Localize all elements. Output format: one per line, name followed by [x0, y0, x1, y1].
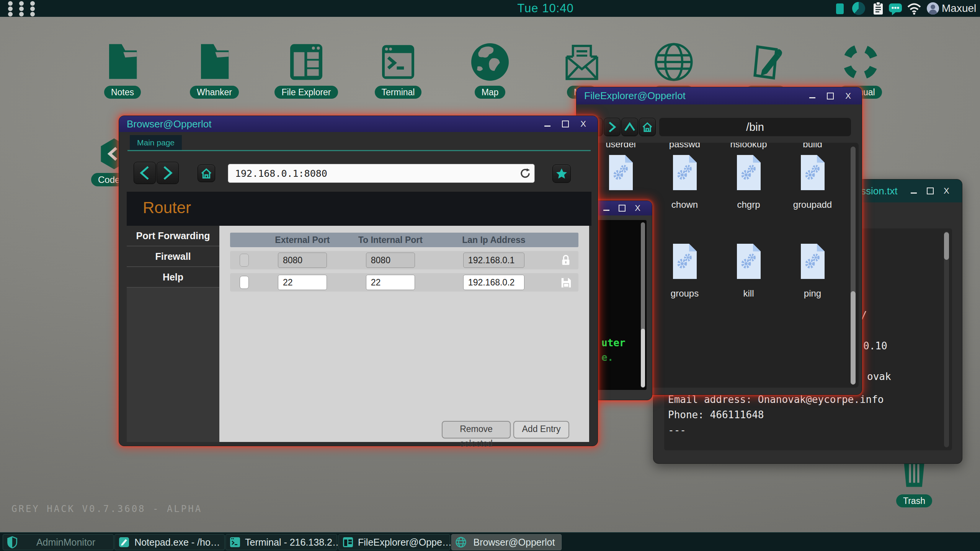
- internal-port-field[interactable]: [366, 275, 415, 290]
- taskbar-item-adminmonitor[interactable]: AdminMonitor: [3, 534, 114, 550]
- file-item[interactable]: build: [781, 143, 844, 150]
- address-input[interactable]: [234, 164, 511, 183]
- desktop-screen: Tue 10:40 Maxuel Notes Whanker File Expl…: [0, 0, 980, 551]
- row-checkbox[interactable]: [240, 254, 249, 267]
- shield-icon: [6, 536, 18, 548]
- terminal-scrollbar[interactable]: [641, 222, 645, 388]
- row-checkbox[interactable]: [240, 276, 249, 289]
- column-internal-port: To Internal Port: [346, 235, 434, 245]
- remove-selected-button[interactable]: Remove selected: [442, 421, 511, 439]
- trash-label: Trash: [896, 494, 932, 507]
- notepad-line-fragment: 0.10: [863, 340, 887, 352]
- avatar-icon[interactable]: [926, 2, 939, 15]
- file-explorer-scroll-thumb[interactable]: [851, 291, 856, 385]
- minimize-button[interactable]: [544, 122, 550, 127]
- desktop-icon-notes[interactable]: Notes: [77, 40, 168, 99]
- taskbar-item-label: AdminMonitor: [18, 537, 113, 548]
- maximize-button[interactable]: [619, 205, 626, 212]
- file-item[interactable]: groupadd: [781, 154, 844, 210]
- browser-window: Browser@Opperlot X Main page Router Port…: [119, 116, 598, 446]
- back-button[interactable]: [134, 162, 156, 184]
- internal-port-field[interactable]: [366, 253, 415, 268]
- browser-titlebar[interactable]: Browser@Opperlot X: [119, 116, 598, 132]
- browser-tab-main-page[interactable]: Main page: [130, 135, 182, 150]
- taskbar: AdminMonitor Notepad.exe - /ho… Terminal…: [0, 532, 980, 551]
- router-nav: Port Forwarding Firewall Help: [127, 226, 219, 442]
- file-explorer-icon: [260, 40, 352, 83]
- desktop-icon-map[interactable]: Map: [444, 40, 536, 99]
- desktop-icon-whanker[interactable]: Whanker: [168, 40, 260, 99]
- forward-button[interactable]: [157, 162, 179, 184]
- executable-file-icon: [607, 154, 635, 191]
- bookmark-button[interactable]: [552, 165, 571, 183]
- file-explorer-titlebar[interactable]: FileExplorer@Opperlot X: [577, 87, 862, 104]
- page-heading: Router: [127, 192, 591, 217]
- close-button[interactable]: X: [845, 92, 851, 100]
- external-port-field[interactable]: [278, 275, 327, 290]
- folder-icon: [168, 40, 260, 83]
- file-explorer-title: FileExplorer@Opperlot: [584, 87, 686, 104]
- home-button[interactable]: [198, 165, 215, 182]
- nav-item-port-forwarding[interactable]: Port Forwarding: [127, 226, 219, 246]
- taskbar-item-label: Terminal - 216.138.2…: [241, 537, 346, 548]
- executable-file-icon: [799, 154, 827, 191]
- lan-ip-field[interactable]: [463, 275, 524, 290]
- file-item[interactable]: kill: [717, 243, 781, 299]
- notepad-scrollbar[interactable]: [944, 231, 949, 447]
- taskbar-item-browser[interactable]: Browser@Opperlot: [451, 534, 562, 550]
- save-icon[interactable]: [560, 276, 572, 289]
- wifi-icon[interactable]: [906, 2, 922, 15]
- notepad-scroll-thumb[interactable]: [944, 232, 949, 260]
- nav-item-help[interactable]: Help: [127, 267, 219, 288]
- taskbar-item-notepad[interactable]: Notepad.exe - /ho…: [114, 534, 225, 550]
- close-button[interactable]: X: [635, 204, 640, 212]
- taskbar-item-file-explorer[interactable]: FileEx­plorer@Oppe…: [338, 534, 450, 550]
- wire-globe-icon: [628, 40, 720, 83]
- desktop-icon-label: Notes: [104, 86, 141, 99]
- minimize-button[interactable]: [809, 93, 815, 98]
- table-row: [230, 273, 578, 292]
- clipboard-icon[interactable]: [872, 2, 884, 15]
- file-item[interactable]: userdel: [589, 143, 653, 150]
- close-button[interactable]: X: [580, 120, 586, 128]
- maximize-button[interactable]: [927, 187, 934, 194]
- desktop-icon-terminal[interactable]: Terminal: [352, 40, 444, 99]
- chat-icon[interactable]: [888, 3, 903, 16]
- notepad-line-phone: Phone: 466111648: [668, 409, 764, 421]
- taskbar-item-terminal[interactable]: Terminal - 216.138.2…: [225, 534, 337, 550]
- maximize-button[interactable]: [827, 93, 834, 99]
- folder-icon: [77, 40, 168, 83]
- top-bar: Tue 10:40 Maxuel: [0, 0, 980, 17]
- lan-ip-field[interactable]: [463, 253, 524, 268]
- file-item[interactable]: ping: [781, 243, 844, 299]
- terminal-output: uter: [601, 337, 626, 349]
- add-entry-button[interactable]: Add Entry: [513, 421, 569, 439]
- external-port-field[interactable]: [278, 253, 327, 268]
- up-button[interactable]: [621, 118, 638, 136]
- close-button[interactable]: X: [944, 187, 949, 195]
- mail-icon: [536, 40, 628, 83]
- file-explorer-scrollbar[interactable]: [851, 147, 856, 384]
- minimize-button[interactable]: [603, 206, 609, 211]
- maximize-button[interactable]: [562, 121, 569, 127]
- terminal-icon: [229, 536, 241, 548]
- file-item[interactable]: nslookup: [717, 143, 781, 150]
- nav-item-firewall[interactable]: Firewall: [127, 246, 219, 267]
- browser-title: Browser@Opperlot: [127, 116, 211, 132]
- pie-chart-icon[interactable]: [852, 2, 865, 15]
- executable-file-icon: [735, 243, 763, 280]
- home-button[interactable]: [639, 118, 656, 136]
- desktop-icon-file-explorer[interactable]: File Explorer: [260, 40, 352, 99]
- forward-button[interactable]: [604, 118, 621, 136]
- app-launcher-icon[interactable]: [5, 1, 38, 16]
- battery-icon[interactable]: [835, 0, 844, 17]
- reload-icon[interactable]: [519, 167, 531, 179]
- file-item[interactable]: chgrp: [717, 154, 781, 210]
- username[interactable]: Maxuel: [942, 0, 976, 17]
- path-bar[interactable]: /bin: [659, 118, 851, 136]
- file-item[interactable]: passwd: [653, 143, 717, 150]
- file-item[interactable]: chown: [653, 154, 717, 210]
- file-item[interactable]: groups: [653, 243, 717, 299]
- minimize-button[interactable]: [911, 189, 917, 194]
- terminal-scroll-thumb[interactable]: [641, 329, 645, 387]
